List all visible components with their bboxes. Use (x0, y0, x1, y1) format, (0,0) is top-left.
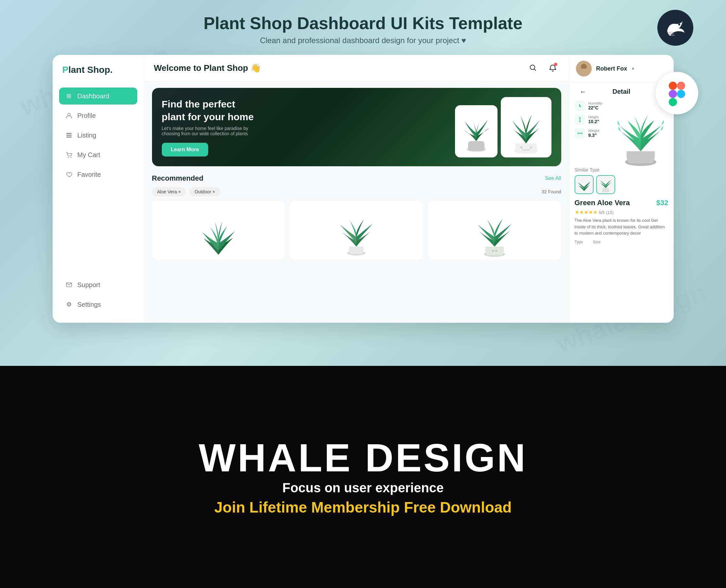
height-stat: Height 10.2" (574, 114, 610, 125)
sidebar-item-dashboard[interactable]: ⊞ Dashboard (59, 87, 137, 105)
user-chevron[interactable]: ▾ (632, 66, 634, 71)
humidity-stat: Humidity 22°C (574, 101, 610, 111)
detail-nav: ← Detail (574, 88, 668, 96)
similar-img-2[interactable] (596, 175, 615, 194)
dashboard-mockup: Plant Shop. ⊞ Dashboard Profile Listing (53, 55, 674, 323)
rec-title: Recommended (152, 174, 204, 183)
header-text: Plant Shop Dashboard UI Kits Template Cl… (20, 13, 706, 45)
sidebar-item-profile[interactable]: Profile (59, 107, 137, 124)
main-header: Welcome to Plant Shop 👋 (144, 55, 569, 81)
plant-name: Green Aloe Vera (574, 198, 630, 207)
user-avatar (576, 61, 592, 77)
support-icon (65, 281, 73, 289)
bottom-section: WHALE DESIGN Focus on user experience Jo… (0, 366, 726, 588)
see-all-link[interactable]: See All (545, 175, 561, 181)
detail-plant-image (613, 101, 668, 167)
weight-text: Weight 9.3" (588, 129, 600, 138)
similar-type-label: Similar Type (574, 167, 668, 172)
svg-point-11 (68, 157, 69, 158)
plant-grid (152, 201, 561, 260)
notification-button[interactable] (546, 61, 559, 75)
star-count: 5/5 (12) (599, 210, 613, 215)
hero-title: Find the perfect plant for your home (162, 98, 260, 123)
svg-point-17 (520, 146, 522, 148)
learn-more-button[interactable]: Learn More (162, 143, 208, 156)
type-size-row: Type Size (574, 240, 668, 244)
svg-rect-9 (66, 135, 72, 136)
svg-point-1 (678, 23, 680, 25)
sidebar-label-profile: Profile (78, 112, 96, 120)
svg-point-12 (70, 157, 71, 158)
hero-banner: Find the perfect plant for your home Let… (152, 88, 561, 166)
sidebar: Plant Shop. ⊞ Dashboard Profile Listing (53, 55, 144, 323)
filter-tag-outdoor[interactable]: Outdoor × (189, 187, 220, 196)
sidebar-item-mycart[interactable]: My Cart (59, 146, 137, 163)
svg-point-18 (530, 146, 532, 148)
plant-card-3[interactable] (428, 201, 561, 260)
svg-rect-33 (602, 188, 609, 192)
recommended-header: Recommended See All (152, 174, 561, 183)
svg-point-21 (492, 250, 494, 252)
similar-img-1[interactable] (574, 175, 593, 194)
settings-icon: ⚙ (65, 300, 73, 308)
hero-text: Find the perfect plant for your home Let… (162, 98, 260, 156)
sidebar-item-listing[interactable]: Listing (59, 127, 137, 144)
svg-rect-10 (66, 136, 72, 138)
plant-desc: The Aloe Vera plant is known for its coo… (574, 217, 668, 236)
humidity-text: Humidity 22°C (588, 101, 602, 110)
height-icon (574, 114, 585, 125)
svg-rect-3 (677, 82, 685, 90)
similar-images (574, 175, 668, 194)
detail-header: Robert Fox ▾ (569, 55, 674, 83)
header-subtitle: Clean and professional dashboard design … (20, 36, 706, 45)
sidebar-item-favorite[interactable]: Favorite (59, 166, 137, 183)
figma-badge (656, 72, 698, 114)
whale-logo (657, 10, 693, 46)
header-icons (527, 61, 559, 75)
user-name: Robert Fox (596, 65, 627, 72)
sidebar-item-support[interactable]: Support (59, 276, 137, 293)
filter-tag-aloe[interactable]: Aloe Vera × (152, 187, 186, 196)
search-button[interactable] (527, 61, 540, 75)
brand-tagline: Focus on user experience (282, 481, 444, 495)
filter-bar: Aloe Vera × Outdoor × 32 Found (152, 187, 561, 196)
header-area: Plant Shop Dashboard UI Kits Template Cl… (0, 0, 726, 51)
plant-card-1[interactable] (152, 201, 285, 260)
hero-subtitle: Let's make your home feel like paradise … (162, 126, 253, 136)
svg-rect-4 (669, 90, 677, 98)
sidebar-label-mycart: My Cart (78, 151, 100, 159)
logo: Plant Shop. (59, 65, 137, 75)
hero-plants (455, 97, 551, 158)
hero-plant-card-1 (455, 105, 498, 158)
detail-nav-title: Detail (612, 88, 630, 96)
found-count: 32 Found (542, 189, 561, 194)
back-arrow[interactable]: ← (580, 88, 586, 96)
detail-top: Humidity 22°C Height 10.2" (574, 101, 668, 167)
svg-rect-2 (669, 82, 677, 90)
weight-stat: Weight 9.3" (574, 128, 610, 139)
type-col: Type (574, 240, 583, 244)
sidebar-label-favorite: Favorite (78, 171, 101, 178)
plant-card-2[interactable] (290, 201, 423, 260)
main-title: Welcome to Plant Shop 👋 (154, 63, 261, 73)
plant-price: $32 (657, 198, 668, 207)
user-info: Robert Fox (596, 65, 627, 72)
filter-tags: Aloe Vera × Outdoor × (152, 187, 220, 196)
svg-rect-8 (66, 133, 72, 134)
brand-name: WHALE DESIGN (199, 438, 527, 477)
hero-plant-card-2 (501, 97, 551, 158)
plant-name-row: Green Aloe Vera $32 (574, 198, 668, 207)
weight-icon (574, 128, 585, 139)
detail-content: ← Detail Humidity 22°C (569, 83, 674, 323)
humidity-icon (574, 101, 585, 111)
plant-stars: ★★★★★ 5/5 (12) (574, 209, 668, 215)
sidebar-label-support: Support (78, 281, 100, 289)
sidebar-item-settings[interactable]: ⚙ Settings (59, 296, 137, 313)
listing-icon (65, 131, 73, 139)
svg-rect-5 (669, 98, 677, 106)
header-title: Plant Shop Dashboard UI Kits Template (20, 13, 706, 33)
brand-cta: Join Lifetime Membership Free Download (215, 499, 512, 516)
height-text: Height 10.2" (588, 115, 600, 124)
sidebar-item-label: Dashboard (78, 92, 109, 100)
svg-rect-15 (468, 141, 484, 151)
